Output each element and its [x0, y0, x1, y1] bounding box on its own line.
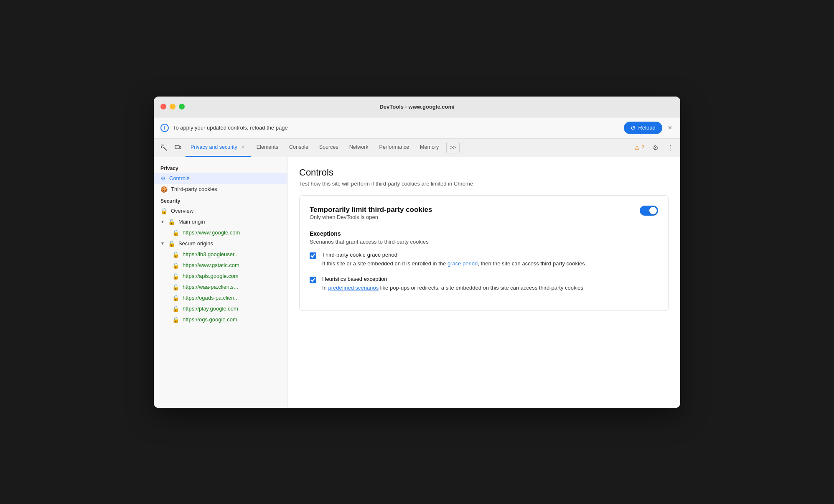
heuristics-desc-before: In — [322, 285, 328, 291]
sidebar-item-main-origin-url[interactable]: 🔒 https://www.google.com — [154, 227, 287, 238]
svg-rect-1 — [162, 145, 163, 145]
close-window-button[interactable] — [160, 104, 166, 109]
more-options-button[interactable]: ⋮ — [664, 141, 677, 154]
sidebar-item-secure-origin-2[interactable]: 🔒 https://apis.google.com — [154, 271, 287, 282]
card-title-block: Temporarily limit third-party cookies On… — [310, 206, 432, 229]
notification-text: To apply your updated controls, reload t… — [173, 125, 620, 131]
notification-close-button[interactable]: × — [666, 122, 674, 133]
sidebar-secure-origin-3-url: https://waa-pa.clients... — [183, 284, 238, 290]
sidebar-item-secure-origins-row[interactable]: ▼ 🔒 Secure origins — [154, 238, 287, 249]
grace-period-desc-before: If this site or a site embedded on it is… — [322, 260, 448, 267]
heuristics-desc-after: like pop-ups or redirects, a site embedd… — [379, 285, 583, 291]
sidebar-secure-origin-4-url: https://ogads-pa.clien... — [183, 295, 239, 301]
sidebar: Privacy ⚙ Controls 🍪 Third-party cookies… — [154, 157, 287, 408]
warning-icon: ⚠ — [634, 144, 640, 151]
sidebar-overview-label: Overview — [171, 208, 193, 214]
fullscreen-window-button[interactable] — [179, 104, 185, 109]
grace-period-content: Third-party cookie grace period If this … — [322, 252, 585, 268]
sidebar-secure-origin-1-url: https://www.gstatic.com — [183, 262, 239, 268]
controls-gear-icon: ⚙ — [160, 175, 166, 182]
settings-button[interactable]: ⚙ — [649, 141, 662, 154]
tab-console-label: Console — [289, 144, 308, 150]
main-origin-url-lock-icon: 🔒 — [172, 229, 179, 236]
grace-period-desc-after: , then the site can access third-party c… — [478, 260, 585, 267]
sidebar-item-secure-origin-5[interactable]: 🔒 https://play.google.com — [154, 303, 287, 314]
tab-privacy-security-label: Privacy and security — [191, 144, 237, 150]
sidebar-item-overview[interactable]: 🔒 Overview — [154, 206, 287, 216]
sidebar-item-main-origin-row[interactable]: ▼ 🔒 Main origin — [154, 216, 287, 227]
sidebar-controls-label: Controls — [169, 175, 189, 181]
more-tabs-button[interactable]: >> — [446, 142, 460, 153]
svg-line-5 — [163, 147, 167, 150]
overview-lock-icon: 🔒 — [160, 208, 168, 214]
tab-network-label: Network — [349, 144, 369, 150]
svg-rect-7 — [180, 146, 181, 148]
grace-period-link[interactable]: grace period — [448, 260, 478, 267]
cookies-icon: 🍪 — [160, 186, 168, 193]
sidebar-item-secure-origin-4[interactable]: 🔒 https://ogads-pa.clien... — [154, 293, 287, 303]
info-icon: i — [160, 124, 169, 132]
device-toolbar-button[interactable] — [171, 142, 185, 153]
secure-origin-5-lock-icon: 🔒 — [172, 305, 179, 312]
sidebar-main-origin-url: https://www.google.com — [183, 229, 240, 236]
secure-origins-arrow-icon: ▼ — [160, 241, 165, 246]
heuristics-title: Heuristics based exception — [322, 276, 583, 282]
tab-elements[interactable]: Elements — [252, 138, 283, 157]
sidebar-item-secure-origin-1[interactable]: 🔒 https://www.gstatic.com — [154, 260, 287, 271]
reload-button[interactable]: ↺ Reload — [624, 122, 662, 134]
card-title: Temporarily limit third-party cookies — [310, 206, 432, 214]
device-icon — [175, 144, 181, 151]
tab-privacy-security-close[interactable]: × — [240, 144, 246, 150]
svg-rect-6 — [175, 145, 179, 149]
heuristics-checkbox[interactable] — [310, 277, 316, 283]
tab-performance[interactable]: Performance — [374, 138, 414, 157]
exceptions-title: Exceptions — [310, 230, 658, 237]
titlebar: DevTools - www.google.com/ — [154, 97, 680, 117]
tab-network[interactable]: Network — [344, 138, 374, 157]
tab-privacy-security[interactable]: Privacy and security × — [186, 138, 251, 157]
heuristics-content: Heuristics based exception In predefined… — [322, 276, 583, 292]
main-origin-arrow-icon: ▼ — [160, 219, 165, 224]
window-title: DevTools - www.google.com/ — [379, 104, 454, 110]
exception-grace-period: Third-party cookie grace period If this … — [310, 252, 658, 268]
security-section-label: Security — [154, 195, 287, 206]
main-content: Controls Test how this site will perform… — [287, 157, 680, 408]
settings-icon: ⚙ — [653, 144, 659, 152]
warning-badge[interactable]: ⚠ 2 — [631, 143, 648, 153]
minimize-window-button[interactable] — [170, 104, 175, 109]
page-subtitle: Test how this site will perform if third… — [299, 181, 669, 187]
sidebar-secure-origins-label: Secure origins — [178, 240, 213, 247]
warning-count: 2 — [641, 145, 644, 150]
sidebar-secure-origin-0-url: https://lh3.googleuser... — [183, 251, 239, 257]
sidebar-main-origin-label: Main origin — [178, 219, 205, 225]
grace-period-checkbox-wrapper[interactable] — [310, 252, 316, 268]
reload-label: Reload — [638, 125, 655, 131]
secure-origin-4-lock-icon: 🔒 — [172, 295, 179, 301]
secure-origin-3-lock-icon: 🔒 — [172, 284, 179, 290]
svg-rect-4 — [161, 147, 162, 148]
sidebar-item-controls[interactable]: ⚙ Controls — [154, 173, 287, 184]
heuristics-checkbox-wrapper[interactable] — [310, 277, 316, 292]
sidebar-item-secure-origin-0[interactable]: 🔒 https://lh3.googleuser... — [154, 249, 287, 260]
tab-memory[interactable]: Memory — [415, 138, 444, 157]
sidebar-item-secure-origin-6[interactable]: 🔒 https://ogs.google.com — [154, 314, 287, 325]
secure-origin-1-lock-icon: 🔒 — [172, 262, 179, 269]
grace-period-checkbox[interactable] — [310, 252, 316, 259]
card-subtitle: Only when DevTools is open — [310, 214, 432, 220]
sidebar-item-third-party-cookies[interactable]: 🍪 Third-party cookies — [154, 184, 287, 195]
limit-cookies-toggle[interactable] — [640, 206, 658, 216]
toolbar-right: ⚠ 2 ⚙ ⋮ — [631, 141, 677, 154]
secure-origins-lock-icon: 🔒 — [168, 240, 175, 247]
more-options-icon: ⋮ — [667, 144, 674, 152]
tab-sources[interactable]: Sources — [314, 138, 343, 157]
svg-rect-2 — [161, 146, 162, 147]
card-header: Temporarily limit third-party cookies On… — [310, 206, 658, 229]
svg-rect-3 — [163, 145, 164, 145]
tab-console[interactable]: Console — [284, 138, 313, 157]
inspect-element-button[interactable] — [157, 142, 170, 153]
sidebar-item-secure-origin-3[interactable]: 🔒 https://waa-pa.clients... — [154, 282, 287, 293]
tab-performance-label: Performance — [379, 144, 409, 150]
tab-memory-label: Memory — [420, 144, 439, 150]
heuristics-link[interactable]: predefined scenarios — [328, 285, 379, 291]
tab-sources-label: Sources — [319, 144, 338, 150]
